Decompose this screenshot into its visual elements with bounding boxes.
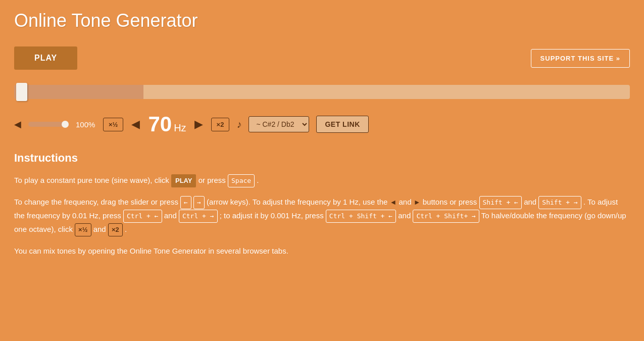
para1-prefix: To play a constant pure tone (sine wave)… — [14, 176, 169, 184]
frequency-slider[interactable] — [14, 85, 630, 99]
frequency-unit: Hz — [174, 122, 186, 134]
decrease-frequency-button[interactable]: ◀ — [130, 118, 141, 131]
note-select[interactable]: ~ C#2 / Db2 — [249, 116, 309, 132]
instruction-para-1: To play a constant pure tone (sine wave)… — [14, 174, 630, 187]
para2-mid2: buttons or press — [423, 198, 477, 206]
para1-middle: or press — [199, 176, 228, 184]
play-inline-label: PLAY — [171, 174, 196, 187]
double-x-inline: ×2 — [108, 223, 123, 236]
left-arrow-inline: ◄ — [390, 198, 397, 206]
right-arrow-key: → — [193, 196, 205, 209]
para1-suffix: . — [257, 176, 259, 184]
instruction-para-2: To change the frequency, drag the slider… — [14, 196, 630, 236]
page-title: Online Tone Generator — [14, 10, 630, 31]
top-row: PLAY SUPPORT THIS SITE » — [14, 46, 630, 70]
instructions-title: Instructions — [14, 152, 630, 165]
controls-row: ◀ 100% ×½ ◀ 70 Hz ▶ ×2 ♪ ~ C#2 / Db2 GET… — [14, 112, 630, 136]
space-key: Space — [228, 174, 255, 187]
musical-note-icon: ♪ — [236, 119, 241, 130]
get-link-button[interactable]: GET LINK — [316, 116, 368, 133]
para2-start: To change the frequency, drag the slider… — [14, 198, 178, 206]
increase-frequency-button[interactable]: ▶ — [193, 118, 204, 131]
right-arrow-inline: ► — [414, 198, 421, 206]
half-frequency-button[interactable]: ×½ — [103, 118, 123, 131]
frequency-display: 70 Hz — [148, 112, 186, 136]
para2-and4: and — [398, 211, 411, 220]
left-arrow-key: ← — [180, 196, 191, 209]
para2-and3: and — [164, 211, 177, 220]
para2-end: . — [125, 225, 127, 233]
ctrl-shift-left-key: Ctrl + Shift + ← — [326, 210, 396, 223]
support-button[interactable]: SUPPORT THIS SITE » — [531, 49, 630, 68]
para2-and1: and — [399, 198, 412, 206]
ctrl-right-key: Ctrl + → — [179, 210, 218, 223]
volume-percent: 100% — [76, 120, 96, 129]
para2-mid1: (arrow keys). To adjust the frequency by… — [207, 198, 387, 206]
volume-icon: ◀ — [14, 119, 21, 130]
volume-slider[interactable] — [28, 122, 69, 127]
play-button[interactable]: PLAY — [14, 46, 77, 70]
frequency-value: 70 — [148, 112, 172, 136]
instructions-section: Instructions To play a constant pure ton… — [14, 152, 630, 258]
double-frequency-button[interactable]: ×2 — [211, 118, 230, 131]
ctrl-shift-right-key: Ctrl + Shift+ → — [413, 210, 479, 223]
ctrl-left-key: Ctrl + ← — [123, 210, 162, 223]
para2-and5: and — [93, 225, 106, 233]
frequency-slider-container — [14, 85, 630, 101]
para2-and2: and — [524, 198, 536, 206]
shift-left-key: Shift + ← — [479, 196, 522, 209]
shift-right-key: Shift + → — [538, 196, 581, 209]
instruction-para-3: You can mix tones by opening the Online … — [14, 245, 630, 258]
half-x-inline: ×½ — [75, 223, 91, 236]
para2-mid4: ; to adjust it by 0.001 Hz, press — [220, 211, 324, 220]
